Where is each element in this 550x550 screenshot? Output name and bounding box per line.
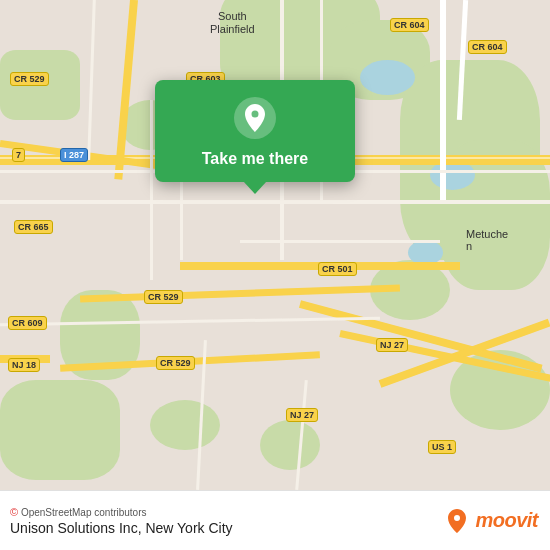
- popup-card: Take me there: [155, 80, 355, 182]
- location-pin-icon: [233, 96, 277, 140]
- place-label-metuchen: Metuchen: [466, 228, 508, 252]
- map-container: CR 604 CR 604 CR 529 CR 603 I 287 7 CR 6…: [0, 0, 550, 490]
- location-name: Unison Solutions Inc, New York City: [10, 520, 233, 536]
- road-badge-cr609: CR 609: [8, 316, 47, 330]
- road-badge-cr604a: CR 604: [390, 18, 429, 32]
- road-badge-nj27a: NJ 27: [376, 338, 408, 352]
- place-label-southplainfield: SouthPlainfield: [210, 10, 255, 36]
- take-me-there-button[interactable]: Take me there: [202, 150, 308, 168]
- road-badge-cr604b: CR 604: [468, 40, 507, 54]
- road-badge-7: 7: [12, 148, 25, 162]
- road-badge-cr665: CR 665: [14, 220, 53, 234]
- road-badge-cr529b: CR 529: [144, 290, 183, 304]
- road-badge-us1: US 1: [428, 440, 456, 454]
- road-badge-i287: I 287: [60, 148, 88, 162]
- road-badge-cr529c: CR 529: [156, 356, 195, 370]
- road-badge-nj18: NJ 18: [8, 358, 40, 372]
- road-badge-nj27b: NJ 27: [286, 408, 318, 422]
- moovit-pin-icon: [443, 507, 471, 535]
- osm-attribution: © OpenStreetMap contributors: [10, 506, 233, 518]
- bottom-bar: © OpenStreetMap contributors Unison Solu…: [0, 490, 550, 550]
- road-badge-cr501: CR 501: [318, 262, 357, 276]
- moovit-label: moovit: [475, 509, 538, 532]
- road-badge-cr529a: CR 529: [10, 72, 49, 86]
- moovit-logo: moovit: [443, 507, 538, 535]
- bottom-left-info: © OpenStreetMap contributors Unison Solu…: [10, 506, 233, 536]
